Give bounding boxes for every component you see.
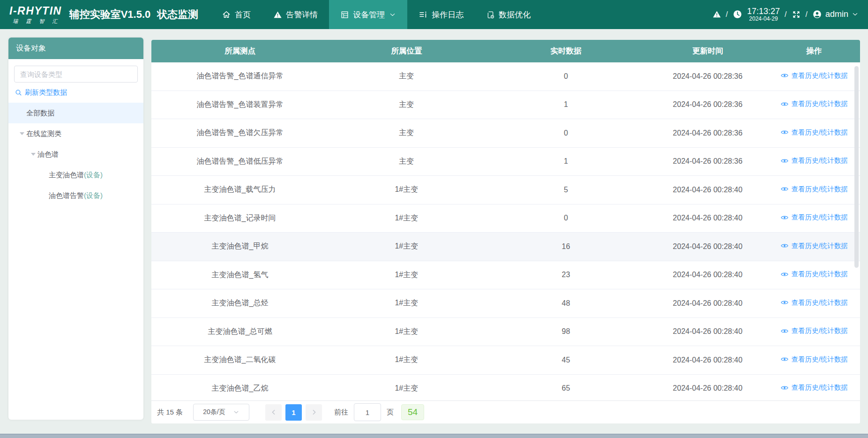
cell-action: 查看历史/统计数据 <box>768 298 860 309</box>
cell-location: 1#主变 <box>329 355 485 365</box>
tree-item-online-monitoring[interactable]: 在线监测类 <box>8 123 143 144</box>
cell-point: 油色谱告警_色谱欠压异常 <box>151 128 329 138</box>
tree-item-label: 主变油色谱 <box>49 171 84 180</box>
view-history-link[interactable]: 查看历史/统计数据 <box>780 270 848 279</box>
table-row[interactable]: 油色谱告警_色谱通信异常 主变 0 2024-04-26 00:28:36 查看… <box>151 62 860 91</box>
tree-item-oil-chromatography-alarm[interactable]: 油色谱告警 (设备) <box>8 185 143 206</box>
cell-update-time: 2024-04-26 00:28:40 <box>647 384 768 393</box>
cell-update-time: 2024-04-26 00:28:40 <box>647 299 768 308</box>
cell-point: 主变油色谱_甲烷 <box>151 242 329 251</box>
pagination-bar: 共 15 条 20条/页 1 前往 页 54 <box>151 400 860 423</box>
view-history-link[interactable]: 查看历史/统计数据 <box>780 298 848 307</box>
brand-logo-subtitle: 瑞 霆 智 汇 <box>9 18 62 25</box>
separator: / <box>806 10 808 19</box>
user-menu[interactable]: admin <box>812 9 859 19</box>
table-row[interactable]: 油色谱告警_色谱低压异常 主变 1 2024-04-26 00:28:36 查看… <box>151 148 860 176</box>
table-row[interactable]: 油色谱告警_色谱装置异常 主变 1 2024-04-26 00:28:36 查看… <box>151 91 860 120</box>
current-page-button[interactable]: 1 <box>285 404 302 421</box>
prev-page-button[interactable] <box>265 404 282 421</box>
column-header-time: 更新时间 <box>647 46 768 56</box>
brand-logo-title: I-RHYTIN <box>9 5 62 17</box>
view-history-link[interactable]: 查看历史/统计数据 <box>780 326 848 335</box>
table-row[interactable]: 主变油色谱_总烃 1#主变 48 2024-04-26 00:28:40 查看历… <box>151 289 860 318</box>
table-row[interactable]: 主变油色谱_氢气 1#主变 23 2024-04-26 00:28:40 查看历… <box>151 261 860 290</box>
view-history-link[interactable]: 查看历史/统计数据 <box>780 99 848 108</box>
nav-item-operation-log[interactable]: 操作日志 <box>407 0 475 29</box>
cell-update-time: 2024-04-26 00:28:40 <box>647 214 768 222</box>
page-size-select[interactable]: 20条/页 <box>193 404 249 421</box>
table-row[interactable]: 主变油色谱_二氧化碳 1#主变 45 2024-04-26 00:28:40 查… <box>151 346 860 375</box>
view-history-link[interactable]: 查看历史/统计数据 <box>780 242 848 250</box>
cell-update-time: 2024-04-26 00:28:40 <box>647 327 768 336</box>
nav-item-alarm-detail[interactable]: 告警详情 <box>262 0 329 29</box>
cell-location: 主变 <box>329 128 485 138</box>
table-row[interactable]: 主变油色谱_记录时间 1#主变 0 2024-04-26 00:28:40 查看… <box>151 204 860 233</box>
fullscreen-icon[interactable] <box>792 10 801 19</box>
cell-point: 主变油色谱_记录时间 <box>151 213 329 223</box>
device-type-search-input[interactable] <box>14 66 138 83</box>
nav-item-data-optimize[interactable]: 数据优化 <box>475 0 542 29</box>
cell-value: 45 <box>485 356 648 364</box>
cell-update-time: 2024-04-26 00:28:40 <box>647 271 768 279</box>
goto-page-input[interactable] <box>354 403 381 421</box>
username: admin <box>825 9 848 19</box>
eye-icon <box>780 298 789 307</box>
view-history-link[interactable]: 查看历史/统计数据 <box>780 185 848 194</box>
next-page-button[interactable] <box>306 404 322 421</box>
tree-item-main-transformer-oil-chromatography[interactable]: 主变油色谱 (设备) <box>8 165 143 185</box>
table-row[interactable]: 主变油色谱_甲烷 1#主变 16 2024-04-26 00:28:40 查看历… <box>151 233 860 261</box>
tree-item-all-data[interactable]: 全部数据 <box>8 103 143 123</box>
cell-point: 主变油色谱_总烃 <box>151 298 329 308</box>
page-size-value: 20条/页 <box>203 408 225 416</box>
horizontal-scrollbar[interactable] <box>0 434 868 438</box>
cell-location: 1#主变 <box>329 242 485 251</box>
view-history-link[interactable]: 查看历史/统计数据 <box>780 71 848 80</box>
cell-update-time: 2024-04-26 00:28:36 <box>647 100 768 109</box>
eye-icon <box>780 213 789 222</box>
navbar-status-area: / 17:13:27 2024-04-29 / / admin <box>712 7 859 22</box>
refresh-type-data-label: 刷新类型数据 <box>25 88 67 97</box>
view-history-link[interactable]: 查看历史/统计数据 <box>780 213 848 222</box>
cell-value: 0 <box>485 72 648 81</box>
cell-value: 1 <box>485 100 648 109</box>
tree-item-oil-chromatography[interactable]: 油色谱 <box>8 144 143 165</box>
eye-icon <box>780 128 789 136</box>
table-row[interactable]: 主变油色谱_载气压力 1#主变 5 2024-04-26 00:28:40 查看… <box>151 176 860 204</box>
cell-location: 主变 <box>329 100 485 110</box>
chevron-left-icon <box>270 408 277 416</box>
eye-icon <box>780 100 789 108</box>
table-row[interactable]: 主变油色谱_总可燃 1#主变 98 2024-04-26 00:28:40 查看… <box>151 318 860 347</box>
table-row[interactable]: 主变油色谱_乙烷 1#主变 65 2024-04-26 00:28:40 查看历… <box>151 375 860 401</box>
caret-down-icon[interactable] <box>18 132 26 135</box>
eye-icon <box>780 242 789 250</box>
device-tree: 全部数据 在线监测类 油色谱 主变油色谱 (设备) 油色谱告警 (设备) <box>8 103 143 206</box>
nav-item-home[interactable]: 首页 <box>210 0 262 29</box>
view-history-link[interactable]: 查看历史/统计数据 <box>780 156 848 165</box>
cell-location: 1#主变 <box>329 270 485 280</box>
refresh-type-data-link[interactable]: 刷新类型数据 <box>8 86 73 102</box>
vertical-scrollbar-thumb[interactable] <box>854 66 859 268</box>
table-header-row: 所属测点 所属位置 实时数据 更新时间 操作 <box>151 40 860 62</box>
tree-item-label: 在线监测类 <box>26 129 61 138</box>
view-history-link[interactable]: 查看历史/统计数据 <box>780 128 848 137</box>
cell-location: 1#主变 <box>329 298 485 308</box>
view-history-link[interactable]: 查看历史/统计数据 <box>780 383 848 392</box>
nav-item-device-mgmt[interactable]: 设备管理 <box>329 0 407 29</box>
nav-item-label: 数据优化 <box>499 9 531 20</box>
caret-down-icon[interactable] <box>29 153 37 156</box>
view-history-link[interactable]: 查看历史/统计数据 <box>780 355 848 364</box>
page-unit-label: 页 <box>387 408 394 417</box>
user-avatar-icon <box>812 9 822 19</box>
cell-value: 23 <box>485 271 648 279</box>
tree-item-label: 油色谱告警 <box>49 191 84 200</box>
goto-label: 前往 <box>334 408 348 417</box>
operation-log-icon <box>419 10 428 19</box>
cell-point: 油色谱告警_色谱低压异常 <box>151 157 329 166</box>
tree-item-label: 全部数据 <box>26 109 54 118</box>
alarm-status-icon[interactable] <box>712 10 721 19</box>
nav-item-label: 设备管理 <box>353 9 385 20</box>
cell-action: 查看历史/统计数据 <box>768 128 860 139</box>
eye-icon <box>780 270 789 279</box>
table-row[interactable]: 油色谱告警_色谱欠压异常 主变 0 2024-04-26 00:28:36 查看… <box>151 119 860 148</box>
home-icon <box>222 10 231 19</box>
